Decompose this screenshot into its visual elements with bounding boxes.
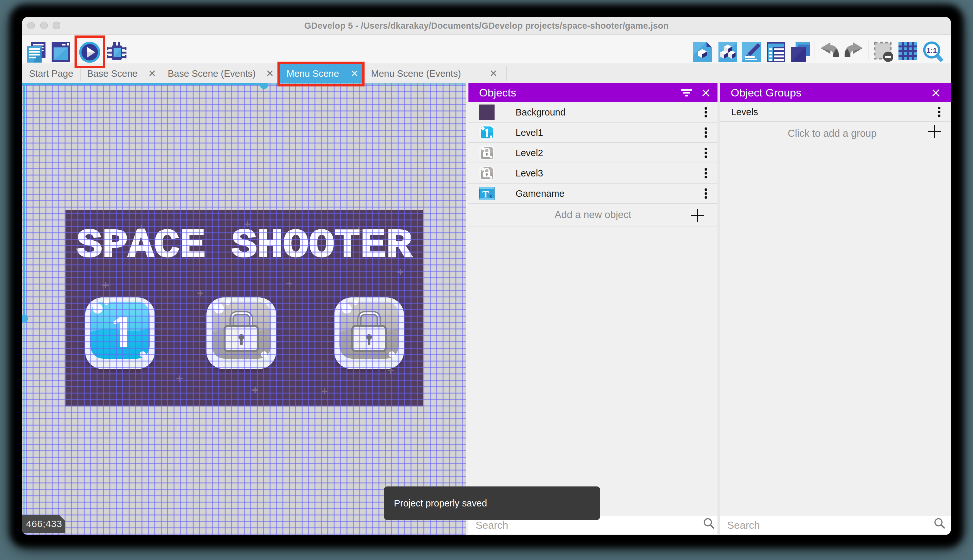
svg-text:x: x — [490, 193, 492, 199]
svg-text:T: T — [482, 189, 489, 199]
svg-text:1:1: 1:1 — [926, 47, 937, 55]
